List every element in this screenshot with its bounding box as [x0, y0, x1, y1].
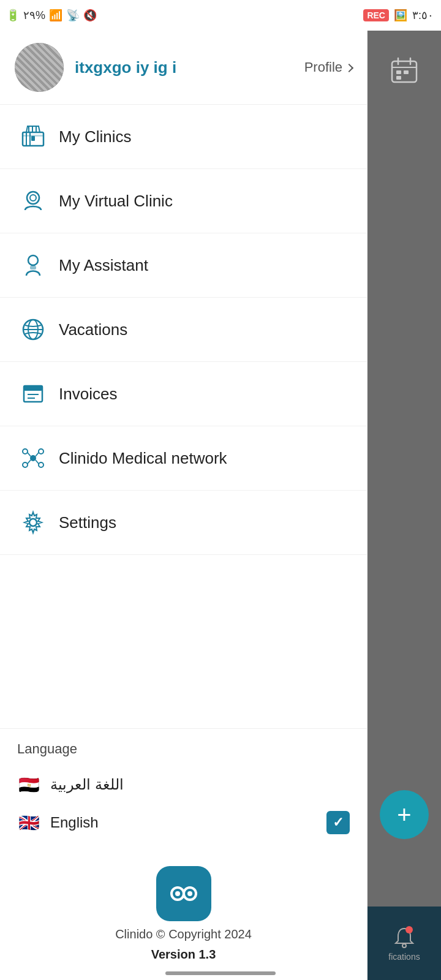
- svg-rect-2: [31, 136, 35, 141]
- battery-icon: 🔋: [6, 9, 20, 22]
- status-right: REC 🖼️ ٣:٥٠: [363, 9, 434, 22]
- app-footer: Clinido © Copyright 2024 Version 1.3: [0, 848, 367, 980]
- settings-icon: [17, 507, 49, 538]
- menu-item-my-clinics[interactable]: My Clinics: [0, 105, 367, 169]
- network-icon: [17, 442, 49, 474]
- svg-point-39: [402, 944, 406, 948]
- clinic-icon: [17, 121, 49, 153]
- chevron-right-icon: [345, 64, 353, 72]
- profile-label: Profile: [304, 59, 342, 75]
- menu-item-clinido-network[interactable]: Clinido Medical network: [0, 426, 367, 491]
- profile-header[interactable]: itxgxgo iy ig i Profile: [0, 31, 367, 105]
- flag-uk: 🇬🇧: [17, 811, 40, 834]
- menu-item-assistant[interactable]: My Assistant: [0, 233, 367, 298]
- right-panel: + fications: [368, 31, 441, 980]
- lang-arabic-label: اللغة العربية: [50, 776, 350, 793]
- menu-item-invoices[interactable]: Invoices: [0, 362, 367, 426]
- notifications-tab-label: fications: [388, 952, 420, 962]
- status-bar: 🔋 ٢٩% 📶 📡 🔇 REC 🖼️ ٣:٥٠: [0, 0, 441, 31]
- mute-icon: 🔇: [83, 9, 97, 22]
- menu-label-settings: Settings: [59, 513, 116, 532]
- svg-rect-10: [30, 266, 36, 270]
- svg-point-7: [27, 192, 39, 204]
- app-version: Version 1.3: [151, 948, 216, 962]
- svg-point-22: [39, 462, 43, 467]
- svg-rect-36: [396, 70, 401, 74]
- language-section-title: Language: [17, 741, 350, 757]
- fab-add-button[interactable]: +: [380, 790, 429, 839]
- language-section: Language 🇪🇬 اللغة العربية 🇬🇧 English ✓: [0, 728, 367, 848]
- menu-item-virtual-clinic[interactable]: My Virtual Clinic: [0, 169, 367, 233]
- svg-rect-15: [24, 386, 42, 391]
- menu-item-vacations[interactable]: Vacations: [0, 298, 367, 362]
- svg-point-27: [29, 519, 37, 526]
- assistant-icon: [17, 249, 49, 281]
- svg-line-26: [36, 460, 39, 464]
- menu-label-clinido-network: Clinido Medical network: [59, 449, 227, 468]
- wifi-icon: 📡: [66, 9, 80, 22]
- notifications-tab[interactable]: fications: [368, 907, 441, 980]
- vacations-icon: [17, 314, 49, 345]
- profile-info: itxgxgo iy ig i: [75, 58, 304, 77]
- app-copyright: Clinido © Copyright 2024: [115, 927, 252, 941]
- svg-rect-1: [26, 132, 30, 146]
- recording-icon: REC: [363, 9, 389, 21]
- signal-icon: 📶: [49, 9, 62, 22]
- app-logo: [156, 866, 211, 921]
- gallery-icon: 🖼️: [394, 9, 407, 22]
- home-indicator: [165, 971, 276, 975]
- profile-username: itxgxgo iy ig i: [75, 58, 304, 77]
- menu-label-virtual-clinic: My Virtual Clinic: [59, 192, 173, 211]
- svg-line-24: [36, 453, 39, 456]
- calendar-icon[interactable]: [383, 49, 426, 92]
- drawer-menu: itxgxgo iy ig i Profile: [0, 31, 368, 980]
- lang-english-label: English: [50, 814, 326, 831]
- menu-item-settings[interactable]: Settings: [0, 491, 367, 555]
- svg-point-8: [30, 195, 36, 201]
- clock: ٣:٥٠: [412, 9, 434, 22]
- avatar: [15, 43, 64, 92]
- svg-rect-3: [23, 135, 43, 137]
- svg-line-23: [28, 453, 31, 456]
- svg-point-21: [23, 462, 28, 467]
- language-item-english[interactable]: 🇬🇧 English ✓: [17, 804, 350, 842]
- main-layout: itxgxgo iy ig i Profile: [0, 31, 441, 980]
- status-left: 🔋 ٢٩% 📶 📡 🔇: [6, 9, 97, 22]
- english-selected-check: ✓: [326, 811, 350, 834]
- svg-point-20: [39, 449, 43, 454]
- menu-label-invoices: Invoices: [59, 385, 117, 404]
- svg-point-30: [175, 891, 180, 896]
- battery-percent: ٢٩%: [23, 9, 45, 22]
- svg-rect-37: [404, 70, 409, 74]
- menu-label-assistant: My Assistant: [59, 256, 148, 275]
- svg-point-40: [405, 926, 413, 933]
- language-item-arabic[interactable]: 🇪🇬 اللغة العربية: [17, 766, 350, 804]
- svg-point-9: [28, 255, 38, 265]
- profile-link[interactable]: Profile: [304, 59, 352, 75]
- svg-point-31: [187, 891, 192, 896]
- svg-rect-38: [396, 76, 401, 80]
- invoices-icon: [17, 378, 49, 410]
- menu-label-vacations: Vacations: [59, 320, 127, 339]
- svg-point-19: [23, 449, 28, 454]
- checkmark-icon: ✓: [333, 815, 344, 831]
- flag-egypt: 🇪🇬: [17, 773, 40, 796]
- svg-line-25: [28, 460, 31, 464]
- menu-label-my-clinics: My Clinics: [59, 127, 131, 146]
- virtual-clinic-icon: [17, 185, 49, 217]
- menu-list: My Clinics My Virtual Clinic: [0, 105, 367, 728]
